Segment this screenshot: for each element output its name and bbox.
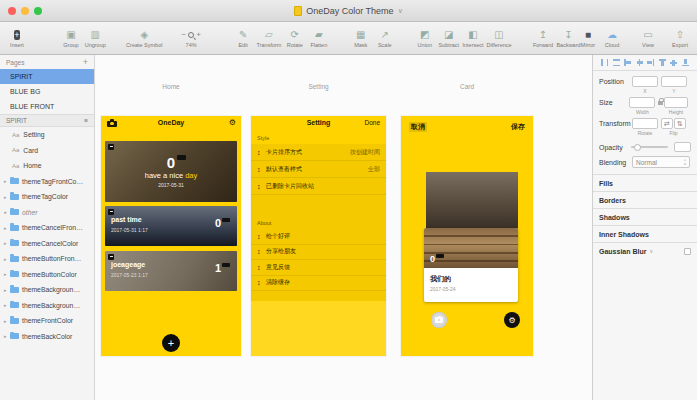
setting-row-sort[interactable]: ↕ 卡片排序方式 按创建时间: [251, 144, 386, 161]
layer-folder-other[interactable]: ▸ other: [0, 205, 94, 221]
layer-folder-themetagfrontcolor[interactable]: ▸ themeTagFrontCo…: [0, 174, 94, 190]
align-center-horizontal-icon[interactable]: [635, 58, 644, 67]
magnifier-icon: [188, 32, 194, 38]
home-card-1[interactable]: 0 have a nice day 2017-05-31: [105, 141, 237, 202]
gaussian-blur-checkbox[interactable]: [684, 248, 691, 255]
setting-row-rate[interactable]: ↕ 给个好评: [251, 229, 386, 245]
document-title: OneDay Color Theme ∨: [0, 0, 697, 22]
reorder-icon: ↕: [257, 248, 266, 255]
mask-button[interactable]: ▦ Mask: [352, 28, 370, 48]
blending-select[interactable]: Normal ^v: [632, 156, 690, 168]
camera-roll-button[interactable]: [431, 312, 447, 328]
borders-section[interactable]: Borders: [593, 191, 697, 208]
artboard-home[interactable]: OneDay ⚙ 0 have a nice day 2017-05-31 pa…: [101, 116, 241, 356]
align-right-icon[interactable]: [646, 58, 655, 67]
title-caret-icon[interactable]: ∨: [398, 7, 403, 15]
setting-row-clear-cache[interactable]: ↕ 清除缓存: [251, 276, 386, 292]
layer-text-setting[interactable]: Aa Setting: [0, 127, 94, 143]
layer-folder-themefrontcolor[interactable]: ▸ themeFrontColor: [0, 313, 94, 329]
layer-folder-themebackground2[interactable]: ▸ themeBackgroun…: [0, 298, 94, 314]
layer-folder-themebackcolor[interactable]: ▸ themeBackColor: [0, 329, 94, 345]
layer-folder-themecancelfront[interactable]: ▸ themeCancelFron…: [0, 220, 94, 236]
canvas[interactable]: Home Setting Card OneDay ⚙ 0 have a nice…: [96, 55, 592, 400]
home-card-2[interactable]: past time 2017-05-31 1:17 0: [105, 206, 237, 246]
settings-circle-button[interactable]: ⚙: [504, 312, 520, 328]
layer-text-card[interactable]: Aa Card: [0, 143, 94, 159]
size-width-input[interactable]: [629, 97, 655, 108]
edit-button[interactable]: ✎ Edit: [234, 28, 252, 48]
flatten-button[interactable]: ▰ Flatten: [310, 28, 328, 48]
done-button[interactable]: Done: [364, 116, 380, 130]
distribute-horizontal-icon[interactable]: [600, 58, 609, 67]
fills-section[interactable]: Fills: [593, 174, 697, 191]
filter-icon[interactable]: ≡: [84, 117, 88, 124]
position-y-input[interactable]: [661, 76, 687, 87]
layer-folder-themebuttoncolor[interactable]: ▸ themeButtonColor: [0, 267, 94, 283]
page-item-blue-front[interactable]: BLUE FRONT: [0, 99, 94, 114]
create-symbol-button[interactable]: ◈ Create Symbol: [128, 28, 160, 48]
layer-folder-themetagcolor[interactable]: ▸ themeTagColor: [0, 189, 94, 205]
artboard-label-setting[interactable]: Setting: [251, 83, 386, 90]
add-page-button[interactable]: +: [83, 57, 88, 67]
forward-button[interactable]: ↥ Forward: [534, 28, 552, 48]
align-left-icon[interactable]: [623, 58, 632, 67]
folder-icon: [10, 318, 19, 324]
artboard-card[interactable]: 取消 保存 0 我们的 2017-05-24 ⚙: [401, 116, 533, 356]
mirror-button[interactable]: ■ Mirror: [579, 28, 597, 48]
layer-folder-themebuttonfront[interactable]: ▸ themeButtonFron…: [0, 251, 94, 267]
subtract-button[interactable]: ◪ Subtract: [440, 28, 458, 48]
ungroup-button[interactable]: ▥ Ungroup: [86, 28, 104, 48]
home-card-3[interactable]: joeageage 2017-05-23 1:17 1: [105, 251, 237, 291]
cancel-button[interactable]: 取消: [409, 122, 427, 132]
artboard-setting[interactable]: Setting Done Style ↕ 卡片排序方式 按创建时间 ↕ 默认查看…: [251, 116, 386, 356]
layer-text-home[interactable]: Aa Home: [0, 158, 94, 174]
add-card-fab[interactable]: +: [162, 334, 180, 352]
inner-shadows-section[interactable]: Inner Shadows: [593, 225, 697, 242]
shadows-section[interactable]: Shadows: [593, 208, 697, 225]
scale-button[interactable]: ↗ Scale: [376, 28, 394, 48]
artboard-label-home[interactable]: Home: [101, 83, 241, 90]
flip-horizontal-button[interactable]: ⇄: [661, 118, 673, 129]
opacity-input[interactable]: [674, 142, 691, 152]
gear-icon[interactable]: ⚙: [229, 116, 236, 130]
save-button[interactable]: 保存: [511, 122, 525, 132]
group-button[interactable]: ▣ Group: [62, 28, 80, 48]
artboard-label-card[interactable]: Card: [401, 83, 533, 90]
transform-button[interactable]: ▱ Transform: [258, 28, 280, 48]
page-item-spirit[interactable]: SPIRIT: [0, 69, 94, 84]
rotate-input[interactable]: [632, 118, 658, 129]
zoom-out-button[interactable]: −: [181, 30, 186, 39]
zoom-in-button[interactable]: +: [196, 30, 201, 39]
union-button[interactable]: ◩ Union: [416, 28, 434, 48]
view-button[interactable]: ▭ View: [639, 28, 657, 48]
align-top-icon[interactable]: [658, 58, 667, 67]
export-button[interactable]: ⇧ Export: [671, 28, 689, 48]
intersect-icon: ◧: [468, 28, 477, 41]
size-height-input[interactable]: [664, 97, 688, 108]
align-middle-vertical-icon[interactable]: [669, 58, 678, 67]
cloud-button[interactable]: ☁ Cloud: [603, 28, 621, 48]
size-label: Size: [599, 97, 629, 115]
setting-row-trash[interactable]: ↕ 已删除卡片回收站: [251, 178, 386, 195]
page-item-blue-bg[interactable]: BLUE BG: [0, 84, 94, 99]
setting-row-view-style[interactable]: ↕ 默认查看样式 全部: [251, 161, 386, 178]
align-bottom-icon[interactable]: [681, 58, 690, 67]
difference-button[interactable]: ◫ Difference: [488, 28, 510, 48]
opacity-slider[interactable]: [631, 146, 668, 148]
distribute-vertical-icon[interactable]: [612, 58, 621, 67]
layer-folder-themebackground1[interactable]: ▸ themeBackgroun…: [0, 282, 94, 298]
rotate-button[interactable]: ⟳ Rotate: [286, 28, 304, 48]
flip-vertical-button[interactable]: ⇅: [674, 118, 686, 129]
insert-button[interactable]: + Insert: [8, 28, 26, 48]
setting-row-feedback[interactable]: ↕ 意见反馈: [251, 260, 386, 276]
intersect-button[interactable]: ◧ Intersect: [464, 28, 482, 48]
position-x-input[interactable]: [632, 76, 658, 87]
window-titlebar: OneDay Color Theme ∨: [0, 0, 697, 22]
opacity-slider-knob[interactable]: [634, 144, 641, 151]
lock-proportions-icon[interactable]: [658, 101, 663, 105]
gaussian-blur-section[interactable]: Gaussian Blur ∨: [593, 242, 697, 259]
layer-folder-themecancelcolor[interactable]: ▸ themeCancelColor: [0, 236, 94, 252]
setting-row-share[interactable]: ↕ 分享给朋友: [251, 245, 386, 261]
backward-button[interactable]: ↧ Backward: [558, 28, 579, 48]
preview-card[interactable]: 0 我们的 2017-05-24: [424, 228, 518, 302]
